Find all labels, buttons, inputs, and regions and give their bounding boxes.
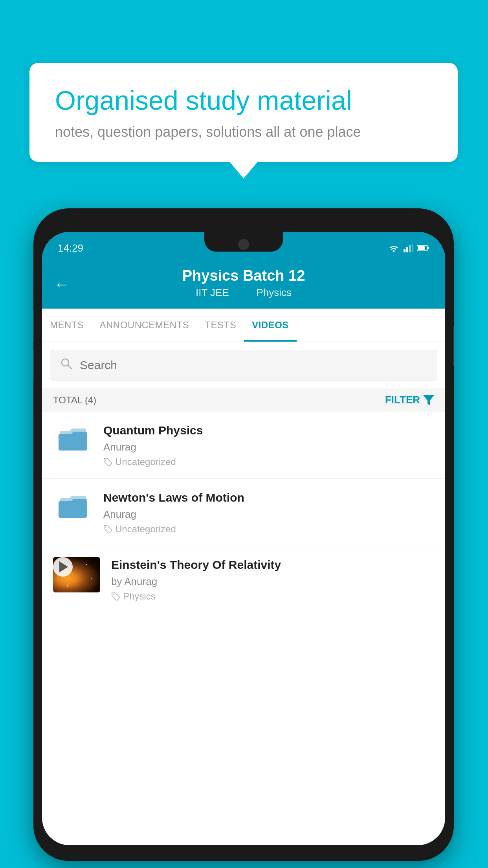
- power-button: [453, 326, 454, 366]
- video-author: Anurag: [103, 508, 434, 520]
- total-count: TOTAL (4): [53, 395, 96, 406]
- tab-tests[interactable]: TESTS: [197, 309, 244, 342]
- svg-rect-2: [406, 247, 408, 252]
- battery-icon: [417, 245, 429, 252]
- tag-icon: [111, 592, 120, 601]
- wifi-icon: [388, 244, 400, 252]
- filter-icon: [423, 395, 434, 405]
- app-header: ← Physics Batch 12 IIT JEE Physics: [42, 259, 445, 309]
- svg-rect-6: [427, 247, 429, 249]
- video-title: Einstein's Theory Of Relativity: [111, 557, 434, 572]
- speech-bubble-title: Organised study material: [55, 85, 432, 117]
- signal-icon: [404, 244, 413, 252]
- front-camera: [238, 239, 249, 250]
- video-info: Quantum Physics Anurag Uncategorized: [103, 423, 434, 467]
- vol-up-button: [33, 311, 34, 342]
- video-list: Quantum Physics Anurag Uncategorized: [42, 412, 445, 613]
- play-button[interactable]: [53, 557, 73, 577]
- status-icons: [388, 244, 429, 252]
- video-tag: Uncategorized: [103, 456, 434, 467]
- video-tag: Uncategorized: [103, 524, 434, 535]
- header-subtitle-separator: [241, 287, 247, 298]
- speech-bubble: Organised study material notes, question…: [29, 63, 458, 162]
- svg-point-13: [113, 594, 114, 595]
- list-item[interactable]: Einstein's Theory Of Relativity by Anura…: [42, 546, 445, 613]
- video-author: by Anurag: [111, 576, 434, 588]
- search-input[interactable]: [80, 359, 427, 372]
- svg-rect-4: [412, 244, 413, 252]
- svg-line-9: [68, 365, 72, 369]
- svg-point-11: [105, 460, 106, 461]
- folder-icon: [53, 490, 92, 521]
- video-title: Newton's Laws of Motion: [103, 490, 434, 505]
- list-item[interactable]: Quantum Physics Anurag Uncategorized: [42, 412, 445, 479]
- video-info: Newton's Laws of Motion Anurag Uncategor…: [103, 490, 434, 535]
- filter-bar: TOTAL (4) FILTER: [42, 388, 445, 412]
- svg-point-0: [393, 250, 395, 252]
- video-author: Anurag: [103, 441, 434, 453]
- video-title: Quantum Physics: [103, 423, 434, 438]
- tab-bar: MENTS ANNOUNCEMENTS TESTS VIDEOS: [42, 309, 445, 342]
- svg-rect-3: [409, 245, 411, 252]
- tab-announcements[interactable]: ANNOUNCEMENTS: [92, 309, 197, 342]
- search-bar[interactable]: [50, 350, 437, 381]
- thumbnail-image: [53, 557, 100, 592]
- tab-ments[interactable]: MENTS: [42, 309, 92, 342]
- header-subtitle-part1: IIT JEE: [196, 287, 229, 298]
- search-icon: [60, 357, 73, 373]
- tag-label: Physics: [123, 591, 156, 602]
- svg-rect-7: [418, 246, 425, 250]
- tag-label: Uncategorized: [115, 524, 176, 535]
- video-thumbnail: [53, 557, 100, 592]
- phone-notch: [204, 232, 283, 252]
- header-subtitle: IIT JEE Physics: [58, 287, 429, 299]
- svg-point-12: [105, 527, 106, 528]
- header-title: Physics Batch 12: [58, 267, 429, 284]
- header-subtitle-part2: Physics: [256, 287, 292, 298]
- svg-rect-1: [404, 249, 405, 252]
- video-info: Einstein's Theory Of Relativity by Anura…: [111, 557, 434, 602]
- folder-icon: [53, 423, 92, 454]
- tag-label: Uncategorized: [115, 456, 176, 467]
- phone-screen: 14:29: [42, 232, 445, 845]
- list-item[interactable]: Newton's Laws of Motion Anurag Uncategor…: [42, 479, 445, 546]
- svg-marker-10: [423, 395, 434, 405]
- filter-label: FILTER: [385, 394, 420, 406]
- tab-videos[interactable]: VIDEOS: [244, 309, 297, 342]
- tag-icon: [103, 525, 112, 533]
- vol-down-button: [33, 350, 34, 381]
- status-time: 14:29: [58, 242, 83, 254]
- filter-button[interactable]: FILTER: [385, 394, 434, 406]
- phone-frame: 14:29: [33, 208, 454, 861]
- tag-icon: [103, 458, 112, 466]
- speech-bubble-subtitle: notes, question papers, solutions all at…: [55, 124, 432, 140]
- video-tag: Physics: [111, 591, 434, 602]
